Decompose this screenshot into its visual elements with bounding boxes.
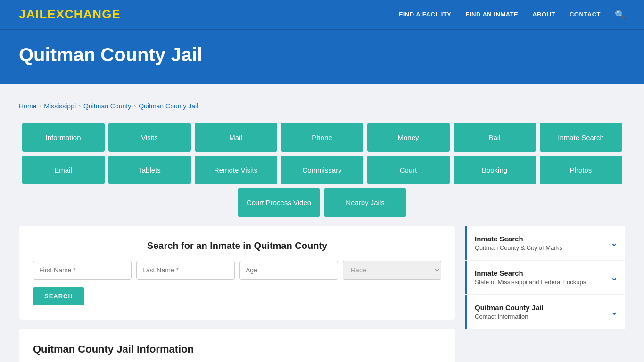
nav-about[interactable]: ABOUT bbox=[532, 11, 555, 18]
btn-bail[interactable]: Bail bbox=[454, 123, 536, 152]
btn-phone[interactable]: Phone bbox=[281, 123, 363, 152]
breadcrumb-chevron-3: › bbox=[134, 103, 136, 109]
sidebar-item-1-subtitle: Quitman County & City of Marks bbox=[475, 244, 562, 251]
search-icon[interactable]: 🔍 bbox=[615, 9, 625, 20]
age-input[interactable] bbox=[239, 261, 338, 280]
btn-photos[interactable]: Photos bbox=[540, 156, 622, 184]
sidebar-item-1[interactable]: Inmate Search Quitman County & City of M… bbox=[465, 226, 625, 260]
search-fields-row: Race White Black Hispanic Asian Other bbox=[33, 261, 441, 280]
chevron-down-icon-3: ⌄ bbox=[611, 307, 618, 317]
sidebar-item-3-text: Quitman County Jail Contact Information bbox=[475, 304, 544, 320]
inmate-search-form: Search for an Inmate in Quitman County R… bbox=[19, 226, 455, 320]
btn-court[interactable]: Court bbox=[367, 156, 450, 184]
nav-find-facility[interactable]: FIND A FACILITY bbox=[399, 11, 451, 18]
search-form-title: Search for an Inmate in Quitman County bbox=[33, 240, 441, 251]
first-name-input[interactable] bbox=[33, 261, 132, 280]
page-title: Quitman County Jail bbox=[19, 44, 625, 66]
button-row-2: Email Tablets Remote Visits Commissary C… bbox=[19, 156, 625, 184]
btn-court-video[interactable]: Court Process Video bbox=[238, 188, 320, 217]
sidebar-item-1-text: Inmate Search Quitman County & City of M… bbox=[475, 235, 562, 251]
breadcrumb-mississippi[interactable]: Mississippi bbox=[44, 102, 76, 110]
lower-section: Search for an Inmate in Quitman County R… bbox=[19, 226, 625, 362]
btn-email[interactable]: Email bbox=[22, 156, 105, 184]
nav-find-inmate[interactable]: FIND AN INMATE bbox=[465, 11, 518, 18]
breadcrumb: Home › Mississippi › Quitman County › Qu… bbox=[19, 94, 625, 118]
info-section: Quitman County Jail Information bbox=[19, 329, 455, 362]
btn-tablets[interactable]: Tablets bbox=[108, 156, 191, 184]
btn-remote-visits[interactable]: Remote Visits bbox=[195, 156, 277, 184]
button-row-3: Court Process Video Nearby Jails bbox=[19, 188, 625, 217]
sidebar-item-3-title: Quitman County Jail bbox=[475, 304, 544, 312]
search-button[interactable]: SEARCH bbox=[33, 287, 84, 305]
sidebar: Inmate Search Quitman County & City of M… bbox=[465, 226, 625, 362]
btn-money[interactable]: Money bbox=[367, 123, 450, 152]
chevron-down-icon-2: ⌄ bbox=[611, 272, 618, 283]
btn-information[interactable]: Information bbox=[22, 123, 105, 152]
btn-commissary[interactable]: Commissary bbox=[281, 156, 363, 184]
breadcrumb-quitman-jail[interactable]: Quitman County Jail bbox=[139, 102, 198, 110]
btn-mail[interactable]: Mail bbox=[195, 123, 277, 152]
breadcrumb-chevron-1: › bbox=[39, 103, 41, 109]
nav-contact[interactable]: CONTACT bbox=[570, 11, 601, 18]
sidebar-item-2[interactable]: Inmate Search State of Mississippi and F… bbox=[465, 261, 625, 294]
button-row-1: Information Visits Mail Phone Money Bail… bbox=[19, 123, 625, 152]
info-section-title: Quitman County Jail Information bbox=[33, 343, 441, 355]
sidebar-item-3[interactable]: Quitman County Jail Contact Information … bbox=[465, 295, 625, 329]
breadcrumb-quitman-county[interactable]: Quitman County bbox=[83, 102, 131, 110]
logo-exchange: EXCHANGE bbox=[47, 7, 120, 21]
last-name-input[interactable] bbox=[136, 261, 235, 280]
btn-booking[interactable]: Booking bbox=[454, 156, 536, 184]
site-logo[interactable]: JAILEXCHANGE bbox=[19, 7, 121, 22]
logo-jail: JAIL bbox=[19, 7, 47, 21]
sidebar-item-2-title: Inmate Search bbox=[475, 269, 586, 277]
breadcrumb-chevron-2: › bbox=[79, 103, 81, 109]
chevron-down-icon-1: ⌄ bbox=[611, 238, 618, 248]
sidebar-item-1-title: Inmate Search bbox=[475, 235, 562, 243]
btn-nearby-jails[interactable]: Nearby Jails bbox=[324, 188, 406, 217]
sidebar-item-3-subtitle: Contact Information bbox=[475, 313, 544, 320]
sidebar-item-2-subtitle: State of Mississippi and Federal Lockups bbox=[475, 279, 586, 286]
category-button-grid: Information Visits Mail Phone Money Bail… bbox=[19, 123, 625, 217]
btn-inmate-search[interactable]: Inmate Search bbox=[540, 123, 622, 152]
site-header: JAILEXCHANGE FIND A FACILITY FIND AN INM… bbox=[0, 0, 644, 30]
main-content: Home › Mississippi › Quitman County › Qu… bbox=[0, 84, 644, 362]
sidebar-item-2-text: Inmate Search State of Mississippi and F… bbox=[475, 269, 586, 286]
btn-visits[interactable]: Visits bbox=[108, 123, 191, 152]
race-select[interactable]: Race White Black Hispanic Asian Other bbox=[343, 261, 441, 280]
main-nav: FIND A FACILITY FIND AN INMATE ABOUT CON… bbox=[399, 9, 625, 20]
hero-section: Quitman County Jail bbox=[0, 30, 644, 84]
breadcrumb-home[interactable]: Home bbox=[19, 102, 36, 110]
